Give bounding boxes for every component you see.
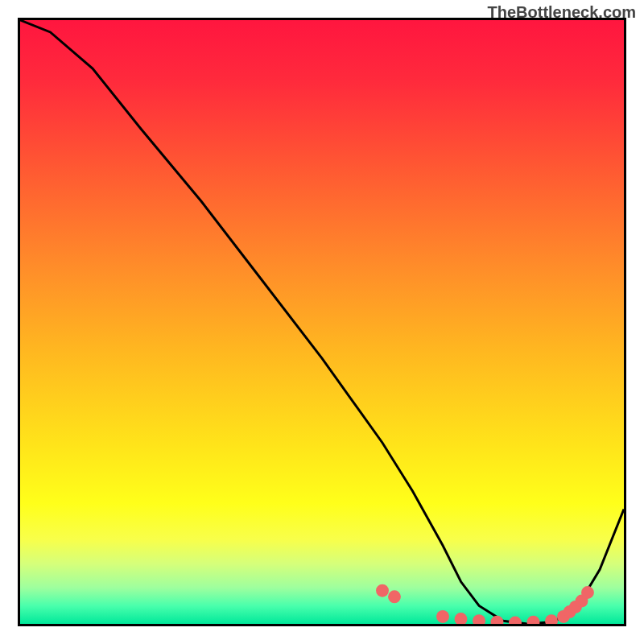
chart-marker-dot <box>545 614 558 624</box>
chart-markers <box>376 584 594 624</box>
chart-marker-dot <box>376 584 389 597</box>
chart-svg <box>20 20 624 624</box>
chart-marker-dot <box>581 586 594 599</box>
chart-marker-dot <box>491 616 504 624</box>
chart-marker-dot <box>509 617 522 624</box>
watermark-text: TheBottleneck.com <box>488 3 636 22</box>
chart-marker-dot <box>436 610 449 623</box>
chart-marker-dot <box>455 613 468 624</box>
bottleneck-curve <box>20 20 624 624</box>
chart-plot-area <box>18 18 626 626</box>
chart-marker-dot <box>473 614 485 624</box>
chart-marker-dot <box>527 616 540 624</box>
chart-marker-dot <box>388 590 401 603</box>
